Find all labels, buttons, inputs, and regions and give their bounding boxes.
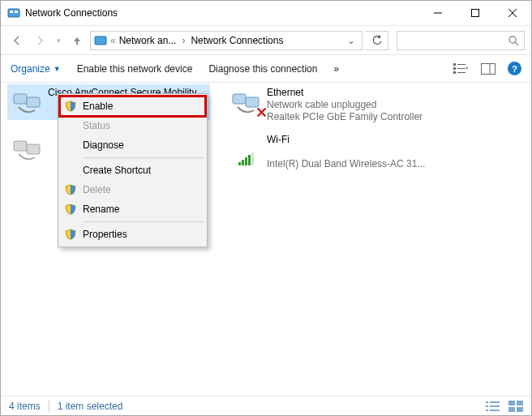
adapter-ethernet[interactable]: ✕ Ethernet Network cable unplugged Realt…	[226, 84, 429, 125]
shield-icon	[65, 101, 76, 112]
svg-rect-24	[486, 401, 488, 403]
chevron-right-icon[interactable]: ›	[179, 35, 187, 46]
ctx-label: Status	[83, 120, 110, 131]
adapter-device: Realtek PCIe GbE Family Controller	[267, 111, 423, 123]
adapter-device: Intel(R) Dual Band Wireless-AC 31...	[267, 158, 425, 170]
control-panel-icon	[7, 6, 20, 19]
svg-rect-2	[15, 11, 18, 13]
window-title: Network Connections	[25, 7, 419, 19]
svg-rect-1	[10, 11, 13, 13]
maximize-button[interactable]	[457, 1, 494, 25]
close-button[interactable]	[494, 1, 531, 25]
svg-rect-15	[457, 72, 466, 73]
svg-rect-31	[517, 401, 523, 405]
titlebar: Network Connections	[1, 1, 531, 26]
adapter-disabled[interactable]	[7, 131, 56, 167]
svg-line-9	[515, 42, 518, 45]
view-layout-button[interactable]	[453, 61, 469, 77]
svg-rect-20	[14, 141, 27, 151]
forward-button[interactable]	[30, 31, 49, 50]
shield-icon	[65, 204, 76, 215]
ctx-diagnose[interactable]: Diagnose	[60, 135, 205, 155]
svg-rect-25	[486, 405, 488, 407]
command-bar: Organize▼ Enable this network device Dia…	[1, 55, 531, 83]
wifi-signal-icon	[230, 133, 262, 165]
ctx-enable[interactable]: Enable	[60, 96, 205, 116]
more-commands-button[interactable]: »	[333, 63, 339, 75]
svg-rect-27	[490, 401, 500, 403]
adapter-status: Network cable unplugged	[267, 99, 423, 111]
adapter-name: Wi-Fi	[267, 133, 425, 146]
ctx-label: Diagnose	[83, 139, 124, 151]
adapter-icon	[11, 86, 43, 118]
minimize-button[interactable]	[419, 1, 457, 25]
svg-rect-29	[490, 410, 500, 411]
adapter-name: Ethernet	[267, 86, 423, 99]
diagnose-connection-button[interactable]: Diagnose this connection	[208, 63, 317, 75]
svg-rect-26	[486, 410, 488, 411]
address-bar[interactable]: « Network an... › Network Connections ⌄	[90, 31, 363, 50]
svg-rect-32	[508, 407, 515, 412]
recent-dropdown[interactable]: ▾	[53, 31, 64, 50]
breadcrumb-root[interactable]: Network an...	[119, 35, 177, 46]
shield-icon	[65, 229, 76, 240]
refresh-button[interactable]	[366, 31, 388, 50]
ctx-label: Enable	[83, 101, 113, 112]
up-button[interactable]	[67, 31, 87, 50]
svg-point-8	[509, 36, 516, 43]
search-icon	[508, 35, 519, 46]
svg-rect-12	[453, 71, 456, 74]
ctx-separator	[83, 221, 204, 222]
svg-rect-16	[482, 63, 496, 74]
shield-icon	[65, 184, 76, 195]
search-box[interactable]	[397, 31, 525, 50]
ctx-status: Status	[60, 116, 205, 135]
svg-rect-13	[457, 64, 466, 65]
enable-device-button[interactable]: Enable this network device	[77, 63, 193, 75]
status-bar: 4 items 1 item selected	[1, 396, 531, 415]
ctx-label: Properties	[83, 229, 127, 240]
unplugged-icon: ✕	[255, 104, 268, 122]
svg-rect-19	[27, 97, 40, 107]
svg-rect-21	[27, 144, 40, 154]
svg-rect-22	[233, 94, 246, 104]
svg-rect-10	[453, 63, 456, 66]
back-button[interactable]	[7, 31, 27, 50]
svg-rect-33	[517, 407, 523, 412]
adapter-icon	[11, 133, 43, 165]
organize-menu[interactable]: Organize▼	[11, 63, 61, 75]
help-button[interactable]: ?	[508, 62, 521, 75]
svg-rect-28	[490, 405, 500, 407]
ctx-label: Create Shortcut	[83, 165, 151, 176]
svg-rect-30	[508, 401, 515, 405]
svg-rect-7	[95, 36, 106, 45]
ctx-label: Delete	[83, 184, 111, 195]
location-icon	[94, 34, 107, 47]
status-count: 4 items	[9, 401, 41, 412]
svg-rect-14	[457, 68, 466, 69]
ctx-separator	[83, 157, 204, 158]
address-dropdown[interactable]: ⌄	[344, 35, 358, 46]
ctx-create-shortcut[interactable]: Create Shortcut	[60, 161, 205, 180]
ctx-properties[interactable]: Properties	[60, 225, 205, 244]
navigation-toolbar: ▾ « Network an... › Network Connections …	[1, 26, 531, 55]
ctx-delete: Delete	[60, 180, 205, 199]
details-view-button[interactable]	[486, 401, 500, 412]
context-menu: Enable Status Diagnose Create Shortcut D…	[58, 93, 208, 247]
svg-rect-4	[472, 10, 479, 17]
breadcrumb-leaf[interactable]: Network Connections	[191, 35, 283, 46]
organize-label: Organize	[11, 63, 50, 75]
preview-pane-button[interactable]	[480, 61, 496, 77]
ctx-rename[interactable]: Rename	[60, 199, 205, 219]
ctx-label: Rename	[83, 204, 119, 215]
large-icons-view-button[interactable]	[508, 401, 523, 412]
svg-rect-11	[453, 67, 456, 70]
svg-rect-18	[14, 94, 27, 104]
status-selection: 1 item selected	[58, 401, 123, 412]
adapter-wifi[interactable]: Wi-Fi Intel(R) Dual Band Wireless-AC 31.…	[226, 131, 429, 172]
